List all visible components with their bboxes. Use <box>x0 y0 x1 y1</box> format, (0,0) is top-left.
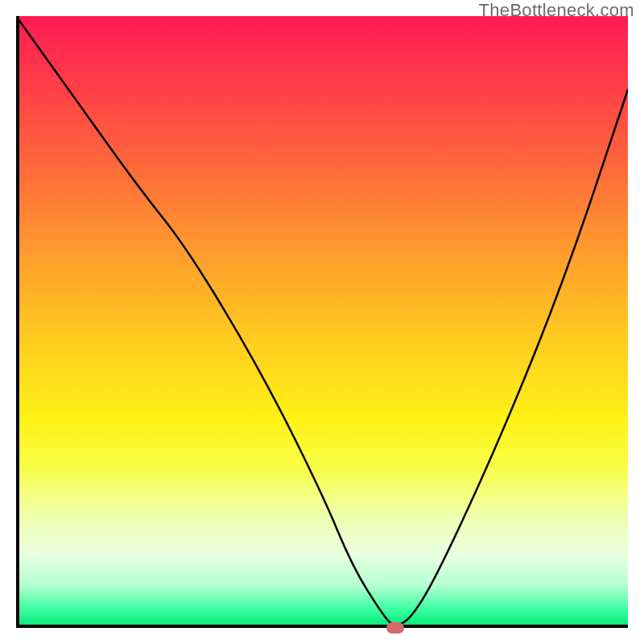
watermark-text: TheBottleneck.com <box>479 0 634 21</box>
plot-background-gradient <box>16 16 628 628</box>
bottleneck-chart: TheBottleneck.com <box>0 0 644 644</box>
optimum-marker <box>386 622 404 634</box>
